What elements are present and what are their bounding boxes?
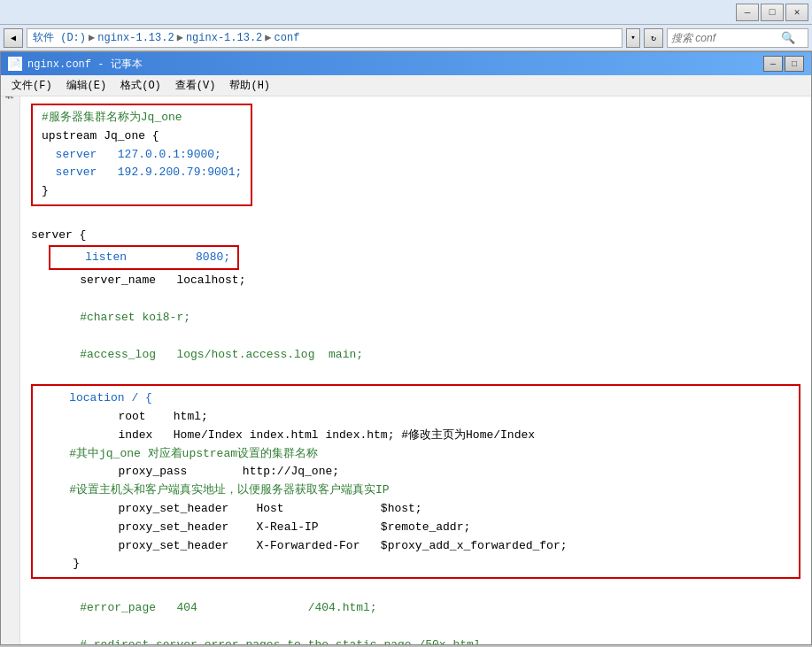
- code-charset: #charset koi8-r;: [31, 309, 800, 327]
- left-sidebar: 修改: [1, 96, 20, 644]
- content-area: 修改 #服务器集群名称为Jq_one upstream Jq_one { ser…: [1, 96, 811, 644]
- search-input[interactable]: [671, 32, 777, 44]
- code-blank3: [31, 327, 800, 346]
- code-proxy-pass: proxy_pass http://Jq_one;: [42, 463, 790, 481]
- notepad-icon: 📄: [8, 57, 22, 71]
- notepad-win-buttons: — □: [763, 56, 804, 72]
- code-root: root html;: [42, 408, 790, 427]
- code-blank4: [31, 364, 800, 382]
- code-location: location / {: [42, 389, 790, 408]
- code-proxy-host: proxy_set_header Host $host;: [42, 500, 790, 519]
- code-proxy-forwarded: proxy_set_header X-Forwarded-For $proxy_…: [42, 537, 790, 556]
- upstream-block-box: #服务器集群名称为Jq_one upstream Jq_one { server…: [31, 104, 252, 206]
- breadcrumb-nginx2: nginx-1.13.2: [186, 32, 262, 44]
- listen-box: listen 8080;: [49, 245, 239, 271]
- code-comment-ip: #设置主机头和客户端真实地址，以便服务器获取客户端真实IP: [42, 481, 790, 500]
- breadcrumb-sep3: ▶: [265, 31, 271, 44]
- maximize-button[interactable]: □: [761, 4, 784, 21]
- close-button[interactable]: ✕: [785, 4, 808, 21]
- breadcrumb-conf: conf: [275, 32, 300, 44]
- menu-help[interactable]: 帮助(H): [222, 76, 277, 95]
- minimize-button[interactable]: —: [736, 4, 759, 21]
- code-editor[interactable]: #服务器集群名称为Jq_one upstream Jq_one { server…: [20, 96, 811, 644]
- nav-refresh-button[interactable]: ↻: [644, 28, 663, 48]
- breadcrumb-container: ◀ 软件 (D:) ▶ nginx-1.13.2 ▶ nginx-1.13.2 …: [4, 28, 663, 48]
- breadcrumb[interactable]: 软件 (D:) ▶ nginx-1.13.2 ▶ nginx-1.13.2 ▶ …: [27, 28, 623, 48]
- menu-file[interactable]: 文件(F): [4, 76, 59, 95]
- search-icon[interactable]: 🔍: [781, 31, 795, 45]
- code-location-close: }: [42, 555, 790, 574]
- breadcrumb-dropdown[interactable]: ▾: [626, 28, 640, 48]
- breadcrumb-software: 软件 (D:): [33, 30, 86, 45]
- code-blank6: [31, 618, 800, 636]
- breadcrumb-sep2: ▶: [177, 31, 183, 44]
- code-server1: server 127.0.0.1:9000;: [42, 146, 242, 165]
- code-listen: listen 8080;: [58, 249, 230, 267]
- code-index: index Home/Index index.html index.htm; #…: [42, 427, 790, 445]
- menu-bar: 文件(F) 编辑(E) 格式(O) 查看(V) 帮助(H): [1, 75, 811, 96]
- code-blank1: [31, 208, 800, 227]
- code-comment-upstream: #服务器集群名称为Jq_one: [42, 109, 242, 127]
- notepad-titlebar: 📄 nginx.conf - 记事本 — □: [1, 52, 811, 75]
- code-server2: server 192.9.200.79:9001;: [42, 164, 242, 182]
- code-upstream-close: }: [42, 182, 242, 201]
- breadcrumb-nginx1: nginx-1.13.2: [97, 32, 174, 44]
- notepad-title-text: 📄 nginx.conf - 记事本: [8, 57, 143, 72]
- breadcrumb-sep1: ▶: [89, 31, 95, 44]
- main-window: 📄 nginx.conf - 记事本 — □ 文件(F) 编辑(E) 格式(O)…: [0, 51, 812, 645]
- code-access-log: #access_log logs/host.access.log main;: [31, 346, 800, 365]
- menu-view[interactable]: 查看(V): [168, 76, 223, 95]
- nav-back-button[interactable]: ◀: [4, 28, 23, 48]
- notepad-minimize-button[interactable]: —: [763, 56, 783, 72]
- code-proxy-realip: proxy_set_header X-Real-IP $remote_addr;: [42, 519, 790, 537]
- window-controls-bar: — □ ✕: [0, 0, 812, 25]
- code-upstream-open: upstream Jq_one {: [42, 127, 242, 146]
- notepad-title-label: nginx.conf - 记事本: [27, 57, 143, 72]
- code-error-page: #error_page 404 /404.html;: [31, 599, 800, 618]
- address-bar: ◀ 软件 (D:) ▶ nginx-1.13.2 ▶ nginx-1.13.2 …: [0, 25, 812, 51]
- menu-format[interactable]: 格式(O): [113, 76, 168, 95]
- code-blank5: [31, 581, 800, 599]
- menu-edit[interactable]: 编辑(E): [59, 76, 114, 95]
- notepad-maximize-button[interactable]: □: [785, 56, 804, 72]
- code-blank2: [31, 290, 800, 309]
- code-server-name: server_name localhost;: [31, 272, 800, 290]
- location-block-box: location / { root html; index Home/Index…: [31, 384, 800, 579]
- code-redirect-comment: # redirect server error pages to the sta…: [31, 636, 800, 644]
- code-comment-jq: #其中jq_one 对应着upstream设置的集群名称: [42, 445, 790, 464]
- code-server-open: server {: [31, 227, 800, 245]
- search-box[interactable]: 🔍: [667, 28, 808, 48]
